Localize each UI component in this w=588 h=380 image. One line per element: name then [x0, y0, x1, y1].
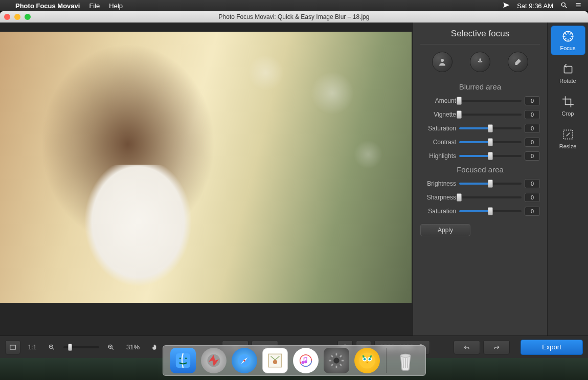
menubar-app-name[interactable]: Photo Focus Movavi	[15, 2, 80, 10]
slider-value[interactable]: 0	[525, 138, 540, 147]
redo-button[interactable]	[483, 340, 510, 354]
slider-label: Contrast	[420, 139, 456, 146]
slider-label: Saturation	[420, 208, 456, 215]
svg-line-35	[340, 364, 342, 366]
focus-slider-sharpness: Sharpness0	[420, 193, 540, 202]
tool-focus-label: Focus	[560, 45, 576, 51]
slider-track[interactable]	[459, 127, 522, 129]
svg-point-38	[359, 352, 375, 368]
slider-track[interactable]	[459, 196, 522, 198]
svg-line-36	[331, 364, 333, 366]
focused-area-heading: Focused area	[420, 165, 540, 174]
slider-value[interactable]: 0	[525, 207, 540, 216]
svg-line-44	[403, 358, 403, 368]
svg-point-20	[185, 357, 187, 359]
slider-label: Amount	[420, 97, 456, 104]
slider-track[interactable]	[459, 183, 522, 185]
slider-track[interactable]	[459, 114, 522, 116]
mode-portrait-button[interactable]	[432, 52, 453, 72]
svg-line-37	[340, 355, 342, 357]
window-titlebar: Photo Focus Movavi: Quick & Easy Image B…	[0, 11, 588, 23]
svg-point-19	[179, 357, 180, 359]
dock-app-owl[interactable]	[354, 348, 380, 373]
undo-button[interactable]	[454, 340, 480, 354]
dock-settings[interactable]	[324, 348, 349, 373]
tool-crop-label: Crop	[562, 110, 574, 117]
dock-separator	[386, 348, 387, 373]
svg-point-41	[363, 358, 366, 361]
window-close-button[interactable]	[4, 14, 10, 20]
zoom-percent: 31%	[123, 343, 143, 351]
slider-value[interactable]: 0	[525, 193, 540, 202]
mode-brush-button[interactable]	[508, 52, 528, 72]
window-maximize-button[interactable]	[25, 14, 31, 20]
svg-point-29	[333, 357, 339, 363]
macos-menubar: Photo Focus Movavi File Help Sat 9:36 AM	[0, 0, 588, 11]
apply-button[interactable]: Apply	[420, 224, 470, 236]
slider-track[interactable]	[459, 100, 522, 102]
export-button[interactable]: Export	[521, 340, 583, 355]
blur-slider-amount: Amount0	[420, 96, 540, 105]
tool-crop[interactable]: Crop	[551, 91, 585, 121]
dock-launchpad[interactable]	[201, 348, 227, 373]
svg-line-13	[112, 348, 114, 349]
svg-point-43	[400, 354, 410, 357]
zoom-slider[interactable]	[63, 346, 99, 348]
desktop-strip	[0, 358, 588, 380]
tool-strip: Focus Rotate Crop Resize	[547, 23, 588, 336]
menubar-clock[interactable]: Sat 9:36 AM	[517, 2, 553, 10]
tool-resize-label: Resize	[559, 143, 577, 149]
slider-track[interactable]	[459, 141, 522, 143]
tool-rotate-label: Rotate	[559, 78, 576, 84]
svg-line-34	[331, 355, 333, 357]
slider-label: Saturation	[420, 125, 456, 132]
blurred-area-heading: Blurred area	[420, 82, 540, 91]
focus-slider-saturation: Saturation0	[420, 207, 540, 216]
dock-safari[interactable]	[232, 348, 257, 373]
panel-title: Selective focus	[420, 28, 540, 44]
dock-trash[interactable]	[393, 348, 418, 373]
svg-line-46	[407, 358, 408, 368]
blur-slider-vignette: Vignette0	[420, 110, 540, 119]
menubar-status-icon[interactable]	[503, 2, 510, 10]
dock-finder[interactable]	[170, 348, 196, 373]
menu-list-icon[interactable]	[575, 2, 582, 10]
window-title: Photo Focus Movavi: Quick & Easy Image B…	[219, 13, 370, 20]
tool-focus[interactable]: Focus	[551, 26, 585, 55]
mode-macro-button[interactable]	[470, 52, 490, 72]
macos-dock	[163, 345, 426, 376]
window-minimize-button[interactable]	[14, 14, 20, 20]
adjustments-panel: Selective focus Blurred area Amount0Vign…	[413, 23, 547, 336]
image-canvas[interactable]	[0, 23, 413, 336]
dock-music[interactable]	[293, 348, 319, 373]
slider-label: Brightness	[420, 180, 456, 187]
svg-line-9	[53, 348, 54, 349]
zoom-in-button[interactable]	[103, 340, 119, 354]
slider-value[interactable]: 0	[525, 124, 540, 133]
tool-resize[interactable]: Resize	[551, 124, 585, 153]
slider-label: Sharpness	[420, 194, 456, 201]
tool-rotate[interactable]: Rotate	[551, 58, 585, 88]
slider-value[interactable]: 0	[525, 110, 540, 119]
photo-preview	[0, 32, 412, 303]
blur-slider-contrast: Contrast0	[420, 138, 540, 147]
slider-value[interactable]: 0	[525, 151, 540, 161]
slider-track[interactable]	[459, 155, 522, 157]
zoom-out-button[interactable]	[44, 340, 59, 354]
fit-screen-button[interactable]	[5, 340, 20, 354]
svg-point-0	[561, 3, 565, 6]
focus-slider-brightness: Brightness0	[420, 179, 540, 188]
pan-hand-button[interactable]	[147, 340, 163, 354]
menubar-item-help[interactable]: Help	[109, 2, 123, 10]
slider-value[interactable]: 0	[525, 96, 540, 105]
svg-rect-6	[10, 345, 16, 349]
blur-slider-highlights: Highlights0	[420, 151, 540, 161]
dock-mail[interactable]	[262, 348, 288, 373]
slider-value[interactable]: 0	[525, 179, 540, 188]
slider-track[interactable]	[459, 210, 522, 212]
svg-line-1	[565, 6, 567, 8]
slider-label: Vignette	[420, 111, 456, 118]
menubar-item-file[interactable]: File	[89, 2, 100, 10]
actual-size-label[interactable]: 1:1	[25, 340, 40, 354]
spotlight-icon[interactable]	[560, 2, 568, 10]
